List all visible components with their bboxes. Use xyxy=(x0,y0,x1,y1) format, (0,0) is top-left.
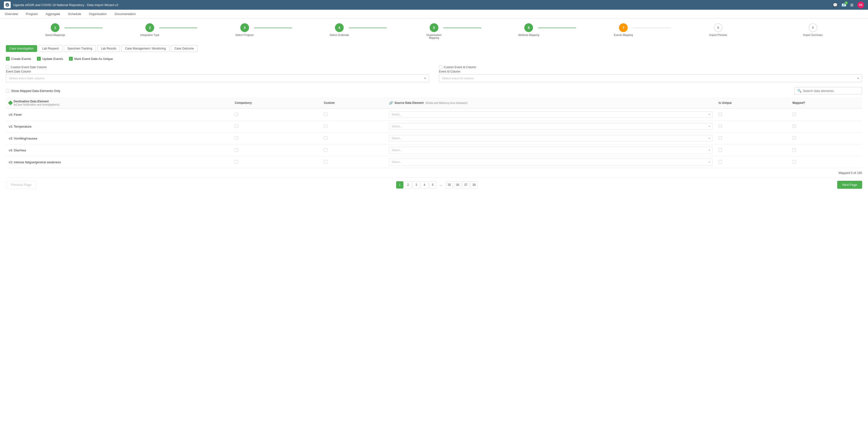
custom-checkbox-4[interactable] xyxy=(324,160,327,163)
update-events-checkbox[interactable]: ✓ xyxy=(37,57,41,61)
td-source-2[interactable]: Select... ▾ xyxy=(386,132,716,145)
update-events-label[interactable]: ✓ Update Events xyxy=(37,57,63,61)
step-5: 5 Organisation Mapping xyxy=(387,23,481,39)
search-input[interactable] xyxy=(803,89,859,93)
page-5[interactable]: 5 xyxy=(429,181,436,189)
step-circle-8[interactable]: 8 xyxy=(714,23,723,32)
custom-event-id-checkbox[interactable] xyxy=(439,65,442,69)
td-source-1[interactable]: Select... ▾ xyxy=(386,121,716,132)
event-options: ✓ Create Events ✓ Update Events ✓ Mark E… xyxy=(6,57,862,61)
search-box[interactable]: 🔍 xyxy=(794,87,862,94)
event-id-select[interactable]: Select event id column ▾ xyxy=(439,74,862,82)
td-source-4[interactable]: Select... ▾ xyxy=(386,156,716,168)
td-custom-4 xyxy=(321,156,386,168)
create-events-checkbox[interactable]: ✓ xyxy=(6,57,10,61)
mapped-checkbox-0[interactable] xyxy=(793,113,796,116)
tab-specimen-tracking[interactable]: Specimen Tracking xyxy=(64,45,96,52)
compulsory-checkbox-0[interactable] xyxy=(235,113,238,116)
page-4[interactable]: 4 xyxy=(421,181,428,189)
step-circle-9[interactable]: 9 xyxy=(809,23,817,32)
tab-case-investigation[interactable]: Case Investigation xyxy=(6,45,37,52)
page-35[interactable]: 35 xyxy=(446,181,453,189)
notifications-icon[interactable]: 📧 2 xyxy=(841,3,846,7)
step-circle-7[interactable]: 7 xyxy=(619,23,628,32)
event-date-select[interactable]: Select event date column ▾ xyxy=(6,74,429,82)
next-page-button[interactable]: Next Page xyxy=(837,181,862,189)
compulsory-checkbox-2[interactable] xyxy=(235,136,238,140)
td-compulsory-3 xyxy=(232,145,321,156)
custom-checkbox-3[interactable] xyxy=(324,148,327,152)
td-compulsory-4 xyxy=(232,156,321,168)
is-unique-checkbox-3[interactable] xyxy=(718,148,722,152)
step-circle-1[interactable]: 1 xyxy=(51,23,59,32)
compulsory-checkbox-1[interactable] xyxy=(235,124,238,128)
page-2[interactable]: 2 xyxy=(404,181,412,189)
comments-icon[interactable]: 💬 xyxy=(833,3,838,7)
td-source-3[interactable]: Select... ▾ xyxy=(386,145,716,156)
tab-lab-results[interactable]: Lab Results xyxy=(97,45,120,52)
apps-icon[interactable]: ⊞ xyxy=(850,3,854,7)
mark-event-date-checkbox[interactable]: ✓ xyxy=(69,57,73,61)
page-1[interactable]: 1 xyxy=(396,181,403,189)
step-circle-4[interactable]: 4 xyxy=(335,23,344,32)
is-unique-checkbox-2[interactable] xyxy=(718,136,722,140)
mapped-checkbox-2[interactable] xyxy=(793,136,796,140)
nav-overview[interactable]: Overview xyxy=(4,10,19,18)
tab-case-outcome[interactable]: Case Outcome xyxy=(171,45,197,52)
tab-lab-request[interactable]: Lab Request xyxy=(39,45,62,52)
nav-aggregate[interactable]: Aggregate xyxy=(45,10,61,18)
is-unique-checkbox-1[interactable] xyxy=(718,124,722,128)
source-select-1[interactable]: Select... ▾ xyxy=(389,123,713,130)
source-select-2[interactable]: Select... ▾ xyxy=(389,135,713,142)
nav-program[interactable]: Program xyxy=(25,10,39,18)
is-unique-checkbox-0[interactable] xyxy=(718,113,722,116)
page-36[interactable]: 36 xyxy=(454,181,461,189)
column-selectors: Custom Event Date Column Event Date Colu… xyxy=(6,65,862,82)
td-source-0[interactable]: Select... ▾ xyxy=(386,109,716,121)
event-tabs: Case Investigation Lab Request Specimen … xyxy=(6,45,862,52)
td-destination-2: v3: Vomiting/nausea xyxy=(6,132,232,145)
compulsory-checkbox-4[interactable] xyxy=(235,160,238,163)
mapped-checkbox-3[interactable] xyxy=(793,148,796,152)
show-mapped-label[interactable]: Show Mapped Data Elements Only xyxy=(6,89,60,93)
custom-checkbox-2[interactable] xyxy=(324,136,327,140)
mapped-checkbox-1[interactable] xyxy=(793,124,796,128)
step-label-7: Events Mapping xyxy=(614,33,633,36)
step-circle-2[interactable]: 2 xyxy=(145,23,154,32)
page-3[interactable]: 3 xyxy=(413,181,420,189)
user-avatar[interactable]: SS xyxy=(857,1,864,8)
custom-checkbox-0[interactable] xyxy=(324,113,327,116)
show-mapped-checkbox[interactable] xyxy=(6,89,9,92)
step-circle-6[interactable]: 6 xyxy=(524,23,533,32)
mark-event-date-label[interactable]: ✓ Mark Event Date As Unique xyxy=(69,57,113,61)
prev-page-button[interactable]: Previous Page xyxy=(6,181,37,189)
is-unique-checkbox-4[interactable] xyxy=(718,160,722,163)
step-label-3: Select Program xyxy=(236,33,254,36)
page-38[interactable]: 38 xyxy=(470,181,478,189)
source-select-0[interactable]: Select... ▾ xyxy=(389,111,713,118)
step-label-1: Saved Mappings xyxy=(45,33,65,36)
mapped-checkbox-4[interactable] xyxy=(793,160,796,163)
step-circle-3[interactable]: 3 xyxy=(240,23,249,32)
destination-icon xyxy=(8,100,13,105)
mapping-table: Destination Data Element (eCase Notifica… xyxy=(6,97,862,168)
nav-schedule[interactable]: Schedule xyxy=(67,10,82,18)
pagination-bar: Previous Page 12345...35363738 Next Page xyxy=(6,178,862,192)
custom-event-date-checkbox[interactable] xyxy=(6,65,9,69)
compulsory-checkbox-3[interactable] xyxy=(235,148,238,152)
event-id-placeholder: Select event id column xyxy=(442,76,474,80)
source-select-3[interactable]: Select... ▾ xyxy=(389,147,713,154)
nav-bar: Overview Program Aggregate Schedule Orga… xyxy=(0,10,868,19)
step-label-2: Integration Type xyxy=(140,33,159,36)
create-events-label[interactable]: ✓ Create Events xyxy=(6,57,31,61)
step-circle-5[interactable]: 5 xyxy=(430,23,438,32)
tab-case-management[interactable]: Case Management / Monitoring xyxy=(121,45,169,52)
nav-organisation[interactable]: Organisation xyxy=(88,10,108,18)
custom-checkbox-1[interactable] xyxy=(324,124,327,128)
mapped-count: Mapped 0 of 190 xyxy=(6,171,862,175)
page-37[interactable]: 37 xyxy=(462,181,469,189)
main-content: 1 Saved Mappings 2 Integration Type 3 Se… xyxy=(0,19,868,444)
nav-documentation[interactable]: Documentation xyxy=(114,10,137,18)
source-select-4[interactable]: Select... ▾ xyxy=(389,159,713,165)
td-destination-3: v3: Diarrhea xyxy=(6,145,232,156)
